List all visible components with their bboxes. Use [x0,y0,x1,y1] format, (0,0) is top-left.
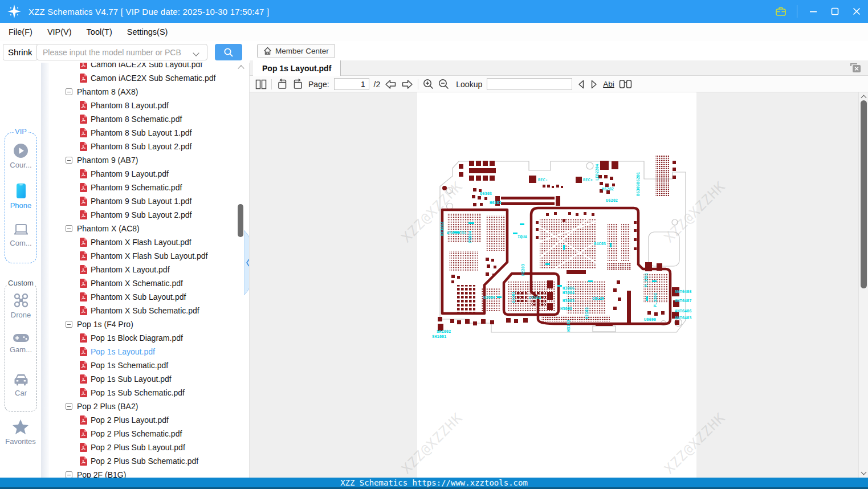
sidebar-item-favorites[interactable]: Favorites [0,419,41,446]
tree-item-label: Pop 1s Schematic.pdf [91,361,168,370]
collapse-minus-icon[interactable] [66,157,72,164]
find-next-button[interactable] [590,79,598,89]
vip-group: VIP Cour... Phone Com... [5,132,37,263]
lookup-input[interactable] [487,78,572,90]
model-search-input[interactable] [36,44,207,60]
sidebar-item-car[interactable]: Car [5,373,36,397]
scroll-down-icon[interactable] [861,470,867,475]
zoom-in-button[interactable] [423,79,434,89]
tree-scrollbar-thumb[interactable] [238,204,243,237]
tree-item[interactable]: Phantom 9 Layout.pdf [49,167,245,181]
tree-item[interactable]: Pop 2 Plus Sub Layout.pdf [49,441,245,454]
pdf-file-icon [79,74,87,83]
close-tab-icon[interactable] [850,63,861,73]
collapse-minus-icon[interactable] [66,88,72,95]
tree-item[interactable]: Camon iACE2X Sub Schematic.pdf [49,71,245,85]
pdf-file-icon [79,128,87,137]
tree-item[interactable]: Phantom 8 Sub Layout 1.pdf [49,126,245,140]
sidebar-item-course[interactable]: Cour... [5,143,36,169]
tree-item[interactable]: Pop 2 Plus (BA2) [49,400,245,413]
pdf-viewer[interactable]: LED2204REC-REC+H6202U6202B6309B62D1Q6303… [250,92,868,478]
tree-item[interactable]: Phantom 8 Layout.pdf [49,99,245,112]
sidebar-item-computer[interactable]: Com... [5,223,36,247]
collapse-minus-icon[interactable] [66,225,72,232]
close-button[interactable] [851,6,862,17]
tree-item[interactable]: Pop 1s Layout.pdf [49,345,245,358]
tree-item-label: Phantom X Layout.pdf [91,265,170,274]
tree-item[interactable]: Pop 1s (F4 Pro) [49,317,245,331]
maximize-button[interactable] [829,6,841,17]
svg-text:U3101: U3101 [511,291,516,303]
collapse-minus-icon[interactable] [66,403,72,410]
tree-item[interactable]: Pop 2 Plus Sub Schematic.pdf [49,454,245,468]
previous-page-button[interactable] [385,79,397,89]
tree-item[interactable]: Camon iACE2X Sub Layout.pdf [49,63,245,71]
viewer-scrollbar[interactable] [858,92,868,478]
next-page-button[interactable] [401,79,413,89]
member-center-button[interactable]: Member Center [257,44,335,58]
tree-item-label: Camon iACE2X Sub Layout.pdf [91,63,202,69]
scroll-up-icon[interactable] [861,95,867,101]
tree-item-label: Pop 1s Sub Schematic.pdf [91,388,185,397]
minimize-button[interactable] [808,6,819,17]
sidebar-item-label: Drone [11,311,31,319]
collapse-minus-icon[interactable] [66,471,72,478]
viewer-scrollbar-thumb[interactable] [861,100,867,288]
page-number-input[interactable] [334,78,369,90]
tree-item[interactable]: Pop 2 Plus Schematic.pdf [49,427,245,441]
tree-item[interactable]: Phantom 9 Schematic.pdf [49,181,245,194]
tree-item[interactable]: Pop 2F (B1G) [49,468,245,478]
tree-item[interactable]: Phantom X Sub Layout.pdf [49,290,245,304]
collapse-minus-icon[interactable] [66,321,72,328]
tree-item[interactable]: Phantom X Flash Layout.pdf [49,235,245,249]
svg-text:H6202: H6202 [602,187,614,191]
sidebar-item-drone[interactable]: Drone [5,292,36,319]
sidebar-item-game[interactable]: Gam... [5,333,36,354]
search-button[interactable] [215,44,242,60]
tree-item[interactable]: Phantom 9 Sub Layout 1.pdf [49,194,245,208]
sidebar-item-phone[interactable]: Phone [5,183,36,210]
menu-tool[interactable]: Tool(T) [87,27,112,36]
find-previous-button[interactable] [577,79,585,89]
tree-item[interactable]: Phantom 8 Sub Layout 2.pdf [49,140,245,153]
tree-item-label: Phantom 8 Sub Layout 2.pdf [91,142,191,151]
tree-item[interactable]: Phantom 8 Schematic.pdf [49,112,245,126]
lookup-label: Lookup [456,80,482,89]
tree-item[interactable]: Phantom X Flash Sub Layout.pdf [49,249,245,263]
license-briefcase-icon[interactable] [775,6,787,17]
svg-text:64C03: 64C03 [594,242,606,246]
binoculars-search-button[interactable] [619,79,632,89]
tree-item[interactable]: Phantom 8 (AX8) [49,85,245,99]
tree-item[interactable]: Phantom 9 Sub Layout 2.pdf [49,208,245,222]
two-page-view-button[interactable] [255,79,267,89]
member-row: Member Center [250,41,868,60]
pdf-file-icon [79,142,87,151]
svg-text:H3006: H3006 [563,286,574,291]
tree-item[interactable]: Phantom X Schematic.pdf [49,276,245,290]
shrink-button[interactable]: Shrink [3,44,38,60]
svg-text:U3104: U3104 [529,296,541,300]
menu-file[interactable]: File(F) [9,27,32,36]
tree-item[interactable]: Pop 1s Sub Schematic.pdf [49,386,245,400]
tab-label: Pop 1s Layout.pdf [262,64,331,73]
tree-item[interactable]: Pop 2 Plus Layout.pdf [49,413,245,427]
menu-settings[interactable]: Settings(S) [127,27,168,36]
tree-item[interactable]: Phantom X (AC8) [49,222,245,235]
tree-item[interactable]: Phantom X Layout.pdf [49,263,245,276]
pdf-file-icon [79,238,87,247]
pdf-file-icon [79,415,87,425]
tree-item[interactable]: Phantom X Sub Schematic.pdf [49,304,245,317]
rotate-left-button[interactable] [276,79,288,89]
pdf-file-icon [79,101,87,110]
tree-item-label: Phantom X Flash Sub Layout.pdf [91,251,207,260]
tree-item[interactable]: Pop 1s Sub Layout.pdf [49,372,245,386]
menu-vip[interactable]: VIP(V) [47,27,72,36]
rotate-right-button[interactable] [292,79,304,89]
zoom-out-button[interactable] [438,79,449,89]
tree-item[interactable]: Phantom 9 (AB7) [49,153,245,167]
tree-item[interactable]: Pop 1s Block Diagram.pdf [49,331,245,345]
match-case-button[interactable]: Abi [603,80,614,88]
tab-pop1s-layout[interactable]: Pop 1s Layout.pdf [253,60,341,76]
tree-item[interactable]: Pop 1s Schematic.pdf [49,358,245,372]
svg-text:Q6303: Q6303 [480,191,492,196]
